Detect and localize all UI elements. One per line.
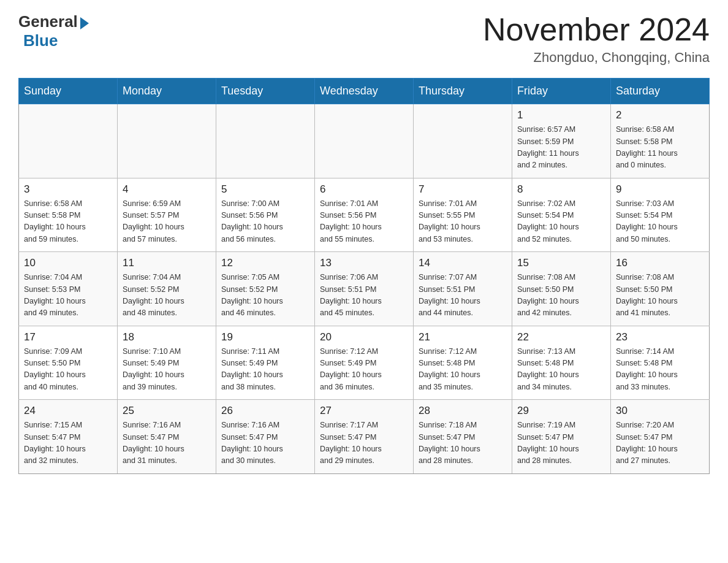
calendar-header-thursday: Thursday [414, 79, 512, 104]
day-number: 28 [419, 405, 507, 417]
day-number: 20 [320, 331, 408, 343]
day-number: 24 [24, 405, 112, 417]
calendar-cell: 14Sunrise: 7:07 AM Sunset: 5:51 PM Dayli… [414, 252, 512, 326]
day-number: 11 [123, 257, 211, 269]
day-number: 10 [24, 257, 112, 269]
calendar-header-saturday: Saturday [611, 79, 710, 104]
calendar-cell: 5Sunrise: 7:00 AM Sunset: 5:56 PM Daylig… [216, 178, 315, 252]
calendar-cell: 11Sunrise: 7:04 AM Sunset: 5:52 PM Dayli… [118, 252, 216, 326]
day-number: 3 [24, 183, 112, 196]
day-info: Sunrise: 7:10 AM Sunset: 5:49 PM Dayligh… [123, 346, 211, 394]
day-info: Sunrise: 7:16 AM Sunset: 5:47 PM Dayligh… [123, 419, 211, 467]
logo-general-text: General [18, 12, 78, 31]
calendar-week-row: 17Sunrise: 7:09 AM Sunset: 5:50 PM Dayli… [19, 326, 710, 400]
day-info: Sunrise: 7:13 AM Sunset: 5:48 PM Dayligh… [517, 346, 605, 394]
day-number: 7 [419, 183, 507, 196]
day-info: Sunrise: 7:18 AM Sunset: 5:47 PM Dayligh… [419, 419, 507, 467]
day-info: Sunrise: 7:03 AM Sunset: 5:54 PM Dayligh… [616, 198, 704, 246]
day-info: Sunrise: 7:12 AM Sunset: 5:49 PM Dayligh… [320, 346, 408, 394]
day-number: 8 [517, 183, 605, 196]
calendar-cell: 19Sunrise: 7:11 AM Sunset: 5:49 PM Dayli… [216, 326, 315, 400]
day-info: Sunrise: 7:15 AM Sunset: 5:47 PM Dayligh… [24, 419, 112, 467]
calendar-cell: 26Sunrise: 7:16 AM Sunset: 5:47 PM Dayli… [216, 400, 315, 474]
day-info: Sunrise: 7:12 AM Sunset: 5:48 PM Dayligh… [419, 346, 507, 394]
day-info: Sunrise: 7:00 AM Sunset: 5:56 PM Dayligh… [221, 198, 309, 246]
day-info: Sunrise: 7:14 AM Sunset: 5:48 PM Dayligh… [616, 346, 704, 394]
day-info: Sunrise: 7:09 AM Sunset: 5:50 PM Dayligh… [24, 346, 112, 394]
day-number: 14 [419, 257, 507, 269]
calendar-cell [315, 104, 414, 178]
day-number: 9 [616, 183, 704, 196]
day-info: Sunrise: 7:08 AM Sunset: 5:50 PM Dayligh… [517, 272, 605, 320]
page-header: General Blue November 2024 Zhongduo, Cho… [18, 12, 710, 66]
day-info: Sunrise: 7:01 AM Sunset: 5:56 PM Dayligh… [320, 198, 408, 246]
calendar-cell: 13Sunrise: 7:06 AM Sunset: 5:51 PM Dayli… [315, 252, 414, 326]
day-info: Sunrise: 7:20 AM Sunset: 5:47 PM Dayligh… [616, 419, 704, 467]
day-info: Sunrise: 7:19 AM Sunset: 5:47 PM Dayligh… [517, 419, 605, 467]
calendar-cell: 8Sunrise: 7:02 AM Sunset: 5:54 PM Daylig… [512, 178, 611, 252]
calendar-week-row: 24Sunrise: 7:15 AM Sunset: 5:47 PM Dayli… [19, 400, 710, 474]
day-number: 23 [616, 331, 704, 343]
calendar-cell: 4Sunrise: 6:59 AM Sunset: 5:57 PM Daylig… [118, 178, 216, 252]
calendar-cell: 18Sunrise: 7:10 AM Sunset: 5:49 PM Dayli… [118, 326, 216, 400]
day-info: Sunrise: 7:16 AM Sunset: 5:47 PM Dayligh… [221, 419, 309, 467]
calendar-cell: 24Sunrise: 7:15 AM Sunset: 5:47 PM Dayli… [19, 400, 118, 474]
day-info: Sunrise: 6:58 AM Sunset: 5:58 PM Dayligh… [616, 124, 704, 172]
day-number: 26 [221, 405, 309, 417]
calendar-header-wednesday: Wednesday [315, 79, 414, 104]
day-number: 1 [517, 109, 605, 121]
day-number: 4 [123, 183, 211, 196]
calendar-cell: 29Sunrise: 7:19 AM Sunset: 5:47 PM Dayli… [512, 400, 611, 474]
calendar-cell: 2Sunrise: 6:58 AM Sunset: 5:58 PM Daylig… [611, 104, 710, 178]
calendar-cell: 25Sunrise: 7:16 AM Sunset: 5:47 PM Dayli… [118, 400, 216, 474]
calendar-cell: 10Sunrise: 7:04 AM Sunset: 5:53 PM Dayli… [19, 252, 118, 326]
calendar-cell: 1Sunrise: 6:57 AM Sunset: 5:59 PM Daylig… [512, 104, 611, 178]
day-number: 17 [24, 331, 112, 343]
day-number: 27 [320, 405, 408, 417]
day-info: Sunrise: 7:06 AM Sunset: 5:51 PM Dayligh… [320, 272, 408, 320]
day-number: 21 [419, 331, 507, 343]
calendar-cell [19, 104, 118, 178]
logo: General Blue [18, 12, 89, 50]
day-number: 18 [123, 331, 211, 343]
day-number: 22 [517, 331, 605, 343]
calendar-header-sunday: Sunday [19, 79, 118, 104]
calendar-cell [216, 104, 315, 178]
day-info: Sunrise: 7:08 AM Sunset: 5:50 PM Dayligh… [616, 272, 704, 320]
day-number: 29 [517, 405, 605, 417]
calendar-week-row: 1Sunrise: 6:57 AM Sunset: 5:59 PM Daylig… [19, 104, 710, 178]
calendar-header-monday: Monday [118, 79, 216, 104]
calendar-week-row: 3Sunrise: 6:58 AM Sunset: 5:58 PM Daylig… [19, 178, 710, 252]
month-title: November 2024 [483, 12, 710, 47]
calendar-cell: 21Sunrise: 7:12 AM Sunset: 5:48 PM Dayli… [414, 326, 512, 400]
location-text: Zhongduo, Chongqing, China [483, 50, 710, 66]
day-number: 16 [616, 257, 704, 269]
day-info: Sunrise: 6:59 AM Sunset: 5:57 PM Dayligh… [123, 198, 211, 246]
day-number: 15 [517, 257, 605, 269]
calendar-cell: 20Sunrise: 7:12 AM Sunset: 5:49 PM Dayli… [315, 326, 414, 400]
calendar-cell: 27Sunrise: 7:17 AM Sunset: 5:47 PM Dayli… [315, 400, 414, 474]
title-block: November 2024 Zhongduo, Chongqing, China [483, 12, 710, 66]
day-number: 6 [320, 183, 408, 196]
calendar-cell [118, 104, 216, 178]
calendar-cell: 12Sunrise: 7:05 AM Sunset: 5:52 PM Dayli… [216, 252, 315, 326]
day-number: 19 [221, 331, 309, 343]
day-info: Sunrise: 7:11 AM Sunset: 5:49 PM Dayligh… [221, 346, 309, 394]
day-info: Sunrise: 6:57 AM Sunset: 5:59 PM Dayligh… [517, 124, 605, 172]
day-number: 12 [221, 257, 309, 269]
calendar-cell: 15Sunrise: 7:08 AM Sunset: 5:50 PM Dayli… [512, 252, 611, 326]
calendar-table: SundayMondayTuesdayWednesdayThursdayFrid… [18, 78, 710, 474]
calendar-cell: 7Sunrise: 7:01 AM Sunset: 5:55 PM Daylig… [414, 178, 512, 252]
day-info: Sunrise: 7:05 AM Sunset: 5:52 PM Dayligh… [221, 272, 309, 320]
day-number: 2 [616, 109, 704, 121]
day-info: Sunrise: 7:02 AM Sunset: 5:54 PM Dayligh… [517, 198, 605, 246]
logo-blue-text: Blue [23, 31, 58, 50]
day-info: Sunrise: 7:04 AM Sunset: 5:53 PM Dayligh… [24, 272, 112, 320]
calendar-cell: 16Sunrise: 7:08 AM Sunset: 5:50 PM Dayli… [611, 252, 710, 326]
day-number: 25 [123, 405, 211, 417]
day-info: Sunrise: 6:58 AM Sunset: 5:58 PM Dayligh… [24, 198, 112, 246]
calendar-week-row: 10Sunrise: 7:04 AM Sunset: 5:53 PM Dayli… [19, 252, 710, 326]
day-number: 13 [320, 257, 408, 269]
calendar-header-friday: Friday [512, 79, 611, 104]
calendar-cell: 23Sunrise: 7:14 AM Sunset: 5:48 PM Dayli… [611, 326, 710, 400]
